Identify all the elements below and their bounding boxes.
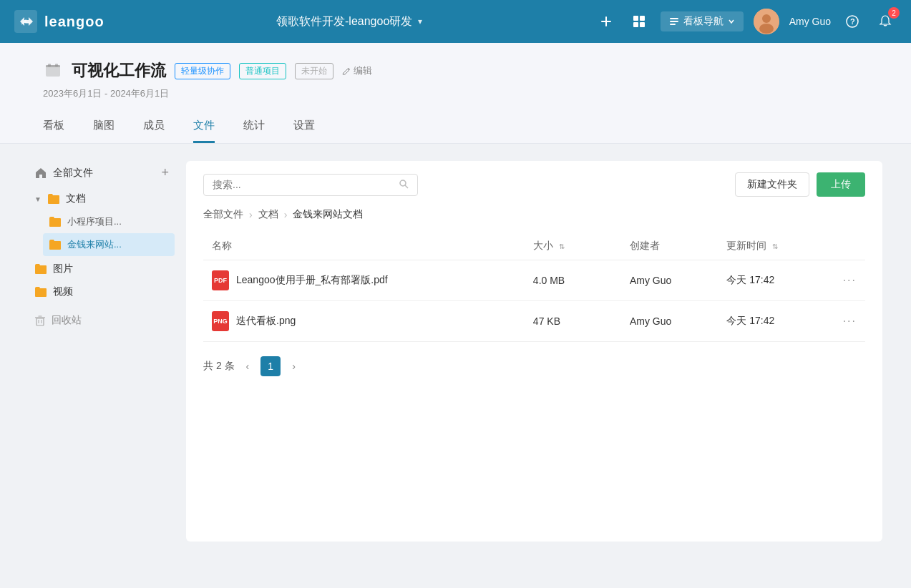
folder-miniapp-icon bbox=[49, 215, 62, 228]
trash-icon bbox=[34, 315, 46, 326]
col-header-size[interactable]: 大小 ⇅ bbox=[525, 232, 621, 260]
tab-mindmap[interactable]: 脑图 bbox=[93, 112, 115, 143]
svg-rect-2 bbox=[640, 16, 645, 21]
file-name-1: 迭代看板.png bbox=[236, 315, 296, 328]
tab-files[interactable]: 文件 bbox=[193, 112, 215, 143]
col-header-update[interactable]: 更新时间 ⇅ bbox=[718, 232, 834, 260]
svg-rect-6 bbox=[670, 21, 678, 22]
file-table-body: PDF Leangoo使用手册_私有部署版.pdf 4.0 MB Amy Guo… bbox=[203, 260, 865, 342]
tab-kanban[interactable]: 看板 bbox=[43, 112, 64, 143]
breadcrumb-current: 金钱来网站文档 bbox=[293, 208, 363, 221]
pagination-total: 共 2 条 bbox=[203, 360, 235, 373]
sidebar-folder-images[interactable]: 图片 bbox=[29, 258, 175, 280]
svg-rect-16 bbox=[55, 64, 58, 67]
breadcrumb-docs[interactable]: 文档 bbox=[258, 208, 278, 221]
folder-toggle-docs: ▼ bbox=[34, 195, 42, 203]
breadcrumb-sep-1: › bbox=[249, 209, 253, 220]
folder-docs-label: 文档 bbox=[66, 192, 86, 205]
project-name: 领歌软件开发-leangoo研发 bbox=[276, 14, 412, 29]
folder-videos-label: 视频 bbox=[53, 285, 73, 298]
project-icon bbox=[43, 61, 63, 81]
board-nav-button[interactable]: 看板导航 bbox=[661, 11, 744, 31]
file-actions-1: ··· bbox=[834, 301, 865, 342]
file-name-inner-0: PDF Leangoo使用手册_私有部署版.pdf bbox=[212, 270, 516, 290]
edit-button[interactable]: 编辑 bbox=[342, 64, 372, 77]
svg-point-9 bbox=[762, 14, 771, 23]
folder-docs-icon bbox=[47, 192, 60, 205]
project-title: 可视化工作流 bbox=[72, 60, 166, 82]
sidebar-folder-docs-item[interactable]: ▼ 文档 bbox=[29, 187, 175, 210]
notification-wrapper: 2 bbox=[874, 10, 897, 33]
sidebar-folder-docs: ▼ 文档 小程序项目... 金钱来网站... bbox=[29, 187, 175, 256]
new-folder-button[interactable]: 新建文件夹 bbox=[735, 172, 809, 197]
navbar: leangoo 领歌软件开发-leangoo研发 ▾ 看板导航 bbox=[0, 0, 911, 43]
project-dropdown-icon[interactable]: ▾ bbox=[418, 16, 422, 26]
file-table: 名称 大小 ⇅ 创建者 更新时间 ⇅ bbox=[203, 232, 865, 342]
file-creator-0: Amy Guo bbox=[621, 260, 718, 301]
trash-label: 回收站 bbox=[52, 314, 82, 327]
svg-rect-7 bbox=[670, 24, 676, 25]
svg-line-21 bbox=[405, 185, 408, 188]
file-size-1: 47 KB bbox=[525, 301, 621, 342]
svg-point-20 bbox=[400, 180, 406, 186]
file-actions-0: ··· bbox=[834, 260, 865, 301]
file-name-inner-1: PNG 迭代看板.png bbox=[212, 311, 516, 331]
file-pdf-icon-0: PDF bbox=[212, 270, 229, 290]
file-toolbar: 新建文件夹 上传 bbox=[203, 172, 865, 197]
home-icon bbox=[34, 167, 47, 180]
file-name-cell-1: PNG 迭代看板.png bbox=[203, 301, 525, 342]
project-title-row: 可视化工作流 轻量级协作 普通项目 未开始 编辑 bbox=[43, 60, 868, 82]
toolbar-buttons: 新建文件夹 上传 bbox=[735, 172, 865, 197]
svg-point-10 bbox=[759, 24, 774, 34]
navbar-right: 看板导航 Amy Guo ? 2 bbox=[595, 9, 897, 34]
sidebar: 全部文件 + ▼ 文档 小程序项目... bbox=[29, 161, 186, 542]
col-header-creator: 创建者 bbox=[621, 232, 718, 260]
notification-badge: 2 bbox=[888, 7, 900, 19]
size-sort-icon: ⇅ bbox=[559, 242, 565, 250]
file-update-0: 今天 17:42 bbox=[718, 260, 834, 301]
folder-images-icon bbox=[34, 263, 47, 275]
user-name[interactable]: Amy Guo bbox=[789, 16, 831, 27]
file-png-icon-1: PNG bbox=[212, 311, 229, 331]
folder-images-label: 图片 bbox=[53, 263, 73, 275]
search-input[interactable] bbox=[213, 179, 393, 190]
tab-settings[interactable]: 设置 bbox=[293, 112, 315, 143]
sidebar-sub-miniapp[interactable]: 小程序项目... bbox=[43, 210, 175, 233]
main-content: 全部文件 + ▼ 文档 小程序项目... bbox=[0, 144, 911, 559]
tag-lightweight: 轻量级协作 bbox=[175, 63, 230, 79]
sidebar-sub-jinqianlai[interactable]: 金钱来网站... bbox=[43, 233, 175, 256]
folder-videos-icon bbox=[34, 285, 47, 298]
avatar-image bbox=[754, 9, 779, 34]
pagination-prev[interactable]: ‹ bbox=[242, 359, 254, 373]
upload-button[interactable]: 上传 bbox=[817, 172, 865, 197]
sidebar-trash[interactable]: 回收站 bbox=[29, 309, 175, 332]
file-name-0: Leangoo使用手册_私有部署版.pdf bbox=[236, 274, 388, 287]
sidebar-add-button[interactable]: + bbox=[161, 165, 169, 180]
tab-members[interactable]: 成员 bbox=[143, 112, 165, 143]
file-size-0: 4.0 MB bbox=[525, 260, 621, 301]
file-more-button-0[interactable]: ··· bbox=[843, 274, 857, 287]
file-name-cell-0: PDF Leangoo使用手册_私有部署版.pdf bbox=[203, 260, 525, 301]
pagination-page-1[interactable]: 1 bbox=[260, 356, 281, 376]
svg-rect-1 bbox=[633, 16, 638, 21]
search-box[interactable] bbox=[203, 174, 418, 196]
add-button[interactable] bbox=[595, 10, 618, 33]
grid-icon[interactable] bbox=[628, 10, 651, 33]
tab-stats[interactable]: 统计 bbox=[243, 112, 265, 143]
sidebar-folder-videos[interactable]: 视频 bbox=[29, 280, 175, 303]
svg-rect-17 bbox=[36, 318, 44, 325]
help-button[interactable]: ? bbox=[841, 10, 864, 33]
svg-rect-5 bbox=[670, 18, 678, 19]
file-table-header: 名称 大小 ⇅ 创建者 更新时间 ⇅ bbox=[203, 232, 865, 260]
svg-rect-15 bbox=[48, 64, 51, 67]
sidebar-all-files[interactable]: 全部文件 + bbox=[29, 161, 175, 185]
breadcrumb-all-files[interactable]: 全部文件 bbox=[203, 208, 243, 221]
board-nav-label: 看板导航 bbox=[683, 15, 724, 28]
pagination: 共 2 条 ‹ 1 › bbox=[203, 356, 865, 376]
file-update-1: 今天 17:42 bbox=[718, 301, 834, 342]
pagination-next[interactable]: › bbox=[288, 359, 300, 373]
search-icon bbox=[399, 179, 409, 191]
file-more-button-1[interactable]: ··· bbox=[843, 315, 857, 328]
project-tabs: 看板 脑图 成员 文件 统计 设置 bbox=[43, 112, 868, 143]
avatar[interactable] bbox=[754, 9, 779, 34]
